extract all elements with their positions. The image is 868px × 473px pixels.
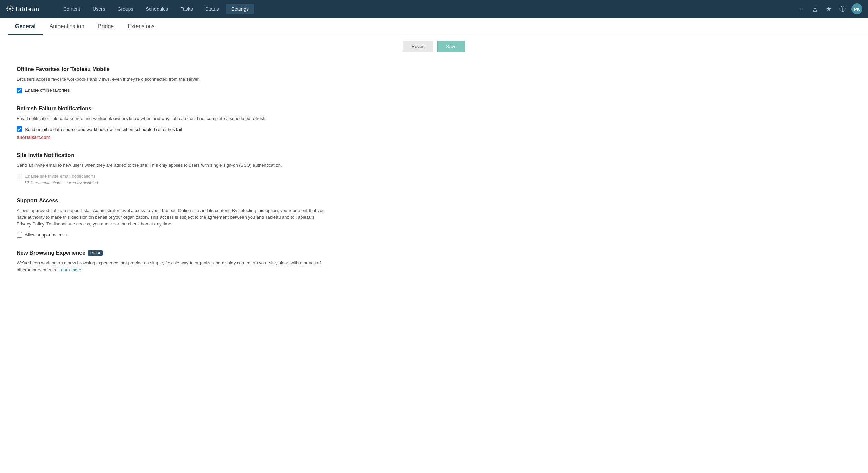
- nav-schedules[interactable]: Schedules: [140, 4, 174, 14]
- search-icon[interactable]: ⚬: [796, 4, 806, 14]
- navbar-actions: ⚬ △ ★ ⓘ PK: [796, 3, 862, 14]
- support-access-checkbox-label: Allow support access: [25, 232, 67, 238]
- support-access-description: Allows approved Tableau support staff Ad…: [17, 207, 327, 228]
- info-icon[interactable]: ⓘ: [838, 4, 847, 14]
- tab-extensions[interactable]: Extensions: [121, 18, 161, 35]
- watermark: tutorialkart.com: [17, 135, 327, 140]
- app-logo[interactable]: tableau: [6, 4, 47, 14]
- support-access-checkbox-row: Allow support access: [17, 232, 327, 238]
- svg-rect-7: [11, 10, 13, 12]
- support-access-checkbox[interactable]: [17, 232, 22, 238]
- site-invite-description: Send an invite email to new users when t…: [17, 162, 327, 169]
- new-browsing-title: New Browsing Experience: [17, 250, 85, 256]
- refresh-failure-section: Refresh Failure Notifications Email noti…: [17, 106, 327, 140]
- nav-content[interactable]: Content: [58, 4, 86, 14]
- offline-favorites-checkbox-row: Enable offline favorites: [17, 88, 327, 93]
- beta-badge: BETA: [88, 250, 103, 256]
- nav-groups[interactable]: Groups: [112, 4, 139, 14]
- offline-favorites-description: Let users access favorite workbooks and …: [17, 76, 327, 83]
- new-browsing-section: New Browsing Experience BETA We've been …: [17, 250, 327, 273]
- tab-general[interactable]: General: [8, 18, 43, 35]
- nav-tasks[interactable]: Tasks: [175, 4, 198, 14]
- site-invite-checkbox-row: Enable site invite email notifications: [17, 174, 327, 179]
- main-nav: Content Users Groups Schedules Tasks Sta…: [58, 4, 796, 14]
- tabs-header: General Authentication Bridge Extensions: [0, 18, 868, 35]
- new-browsing-description: We've been working on a new browsing exp…: [17, 260, 327, 273]
- nav-users[interactable]: Users: [87, 4, 111, 14]
- sso-note: SSO authentication is currently disabled: [25, 180, 327, 185]
- offline-favorites-title: Offline Favorites for Tableau Mobile: [17, 66, 327, 73]
- nav-settings[interactable]: Settings: [226, 4, 254, 14]
- avatar[interactable]: PK: [851, 3, 862, 14]
- support-access-section: Support Access Allows approved Tableau s…: [17, 198, 327, 238]
- save-button[interactable]: Save: [437, 41, 465, 52]
- svg-rect-1: [10, 11, 10, 13]
- refresh-failure-checkbox-label: Send email to data source and workbook o…: [25, 127, 182, 132]
- svg-point-8: [9, 8, 11, 10]
- site-invite-section: Site Invite Notification Send an invite …: [17, 152, 327, 185]
- navbar: tableau Content Users Groups Schedules T…: [0, 0, 868, 18]
- action-bar: Revert Save: [0, 35, 868, 58]
- nav-status[interactable]: Status: [200, 4, 225, 14]
- settings-content: Offline Favorites for Tableau Mobile Let…: [0, 58, 344, 294]
- svg-rect-3: [12, 8, 14, 9]
- tab-authentication[interactable]: Authentication: [43, 18, 91, 35]
- support-access-title: Support Access: [17, 198, 327, 204]
- site-invite-checkbox[interactable]: [17, 174, 22, 179]
- tab-bridge[interactable]: Bridge: [91, 18, 121, 35]
- main-container: General Authentication Bridge Extensions…: [0, 18, 868, 473]
- svg-rect-2: [6, 8, 8, 9]
- site-invite-title: Site Invite Notification: [17, 152, 327, 158]
- offline-favorites-checkbox-label: Enable offline favorites: [25, 88, 70, 93]
- offline-favorites-section: Offline Favorites for Tableau Mobile Let…: [17, 66, 327, 93]
- svg-rect-0: [10, 5, 10, 7]
- offline-favorites-checkbox[interactable]: [17, 88, 22, 93]
- svg-rect-4: [7, 6, 9, 8]
- alert-icon[interactable]: △: [810, 4, 820, 14]
- svg-rect-5: [11, 6, 13, 8]
- favorites-icon[interactable]: ★: [824, 4, 834, 14]
- refresh-failure-title: Refresh Failure Notifications: [17, 106, 327, 112]
- svg-text:tableau: tableau: [16, 6, 40, 12]
- revert-button[interactable]: Revert: [403, 41, 433, 52]
- refresh-failure-description: Email notification lets data source and …: [17, 115, 327, 122]
- site-invite-checkbox-label: Enable site invite email notifications: [25, 174, 95, 179]
- learn-more-link[interactable]: Learn more: [58, 267, 81, 272]
- svg-rect-6: [7, 10, 9, 12]
- refresh-failure-checkbox[interactable]: [17, 126, 22, 132]
- refresh-failure-checkbox-row: Send email to data source and workbook o…: [17, 126, 327, 132]
